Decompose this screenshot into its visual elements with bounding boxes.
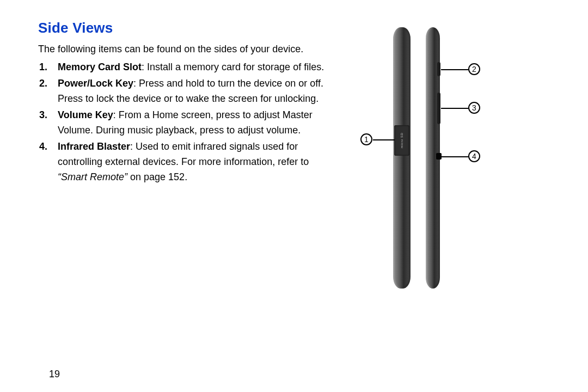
feature-label: Infrared Blaster bbox=[58, 141, 130, 152]
feature-item-power-lock: Power/Lock Key: Press and hold to turn t… bbox=[58, 76, 332, 106]
feature-label: Volume Key bbox=[58, 109, 113, 120]
callout-circle-3: 3 bbox=[468, 102, 480, 114]
power-key-graphic bbox=[437, 62, 440, 76]
memory-card-slot-graphic bbox=[394, 125, 409, 156]
callout-lead-3 bbox=[441, 108, 468, 109]
feature-xref: “Smart Remote” bbox=[58, 171, 127, 182]
feature-item-memory-card: Memory Card Slot: Install a memory card … bbox=[58, 59, 332, 75]
callout-circle-1: 1 bbox=[360, 133, 372, 145]
feature-label: Memory Card Slot bbox=[58, 62, 142, 72]
feature-item-infrared: Infrared Blaster: Used to emit infrared … bbox=[58, 139, 332, 185]
feature-list: Memory Card Slot: Install a memory card … bbox=[38, 59, 332, 185]
callout-circle-4: 4 bbox=[468, 150, 480, 162]
volume-key-graphic bbox=[437, 93, 440, 124]
intro-text: The following items can be found on the … bbox=[38, 42, 343, 56]
feature-desc: : Install a memory card for storage of f… bbox=[142, 62, 324, 72]
manual-page: Side Views The following items can be fo… bbox=[0, 0, 588, 392]
callout-lead-2 bbox=[441, 69, 468, 70]
callout-circle-2: 2 bbox=[468, 63, 480, 75]
feature-label: Power/Lock Key bbox=[58, 78, 133, 89]
feature-item-volume: Volume Key: From a Home screen, press to… bbox=[58, 107, 332, 138]
page-number: 19 bbox=[49, 369, 60, 380]
side-view-diagram: 1 2 3 4 bbox=[354, 27, 555, 310]
callout-lead-1 bbox=[373, 139, 395, 140]
feature-desc-tail: on page 152. bbox=[127, 171, 187, 182]
callout-lead-4 bbox=[441, 156, 468, 157]
device-left-side bbox=[393, 27, 411, 289]
